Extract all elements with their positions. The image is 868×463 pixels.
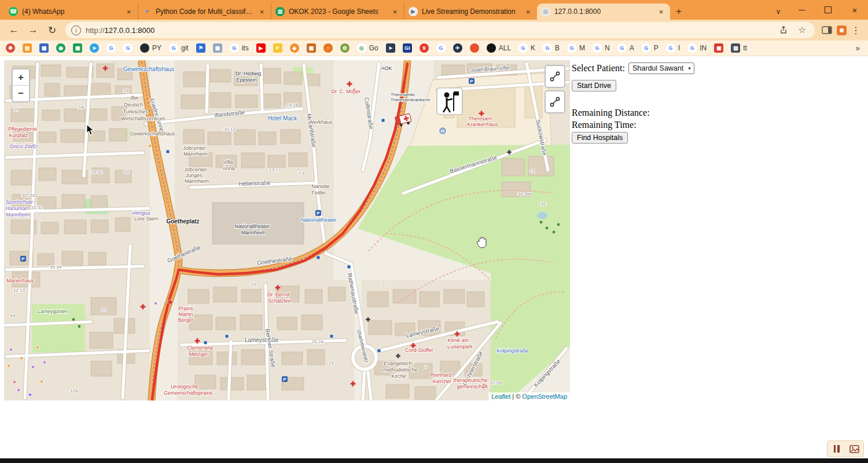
browser-tab[interactable]: ✦Python Code for Multi_classificat× <box>138 3 271 20</box>
bookmark-item[interactable] <box>470 43 479 53</box>
bookmark-item[interactable]: G <box>106 43 116 53</box>
url-text: http://127.0.0.1:8000 <box>86 26 155 35</box>
map-label: - Deutsch <box>121 102 144 108</box>
bookmark-label: N <box>605 44 610 52</box>
map-label: AOK <box>381 65 392 71</box>
pause-button[interactable] <box>829 442 844 456</box>
map-label: Nationaltheater <box>301 217 336 223</box>
openstreetmap-link[interactable]: OpenStreetMap <box>522 393 567 400</box>
leaflet-link[interactable]: Leaflet <box>491 393 510 400</box>
tab-close-button[interactable]: × <box>656 8 666 16</box>
bookmark-item[interactable]: 9 <box>420 43 429 53</box>
minimize-icon <box>799 10 805 10</box>
map-label: Martin <box>178 311 193 317</box>
map-label: Jobcenter <box>184 167 207 172</box>
bookmark-star-icon[interactable]: ☆ <box>795 23 809 37</box>
routing-control-button-1[interactable] <box>545 65 565 88</box>
bookmark-item[interactable]: GIN <box>687 43 707 53</box>
bookmark-item[interactable]: ✈ <box>453 43 462 53</box>
bookmark-label: A <box>630 44 634 52</box>
bookmark-item[interactable]: G <box>436 43 446 53</box>
map-label: Lameystraße <box>245 337 279 343</box>
minimize-button[interactable] <box>788 0 815 20</box>
bookmark-item[interactable]: GI <box>403 43 412 53</box>
bookmark-item[interactable]: ▶ <box>256 43 266 53</box>
map-attribution: Leaflet | © OpenStreetMap <box>488 392 570 400</box>
bookmark-item[interactable]: G <box>123 43 133 53</box>
bookmark-favicon-icon: ⚑ <box>196 43 205 53</box>
bookmark-label: PY <box>152 44 161 52</box>
bookmark-item[interactable]: ➤ <box>386 43 395 53</box>
tab-close-button[interactable]: × <box>390 8 400 16</box>
extension-icon[interactable] <box>837 25 847 35</box>
bookmark-item[interactable]: ▦ <box>39 43 49 53</box>
bookmark-item[interactable]: GI <box>666 43 680 53</box>
new-tab-button[interactable]: + <box>670 3 687 20</box>
close-window-button[interactable]: × <box>841 0 868 20</box>
reload-button[interactable]: ↻ <box>44 22 60 38</box>
find-hospitals-button[interactable]: Find Hospitals <box>572 132 628 144</box>
map-canvas[interactable]: PPPPH FriedrichsringCollinistraßeIflands… <box>4 60 570 400</box>
bookmark-favicon-icon: G <box>593 43 602 53</box>
bookmark-item[interactable]: ⚑ <box>196 43 205 53</box>
bookmark-item[interactable]: ▦ <box>307 43 316 53</box>
tab-search-button[interactable]: ∨ <box>768 3 788 20</box>
bookmark-item[interactable]: ▤tt <box>731 43 747 53</box>
map-label: Lameygarten <box>38 308 68 314</box>
taskbar-edge <box>0 458 868 463</box>
browser-tab[interactable]: ▦OKOK 2023 - Google Sheets× <box>271 3 404 20</box>
bookmarks-overflow-chevron[interactable]: » <box>855 43 862 53</box>
start-drive-button[interactable]: Start Drive <box>572 80 616 91</box>
address-bar[interactable]: i http://127.0.0.1:8000 ☆ <box>65 22 815 38</box>
bookmark-item[interactable]: ➤ <box>90 43 99 53</box>
site-info-icon[interactable]: i <box>71 25 81 35</box>
maximize-button[interactable] <box>815 0 841 20</box>
zoom-out-button[interactable]: − <box>13 85 29 101</box>
picture-in-picture-button[interactable] <box>847 442 862 456</box>
poi-dot <box>7 364 10 367</box>
bookmark-item[interactable]: ✿ <box>340 43 350 53</box>
bookmark-favicon-icon: ▶ <box>256 43 266 53</box>
bookmark-item[interactable]: GA <box>617 43 634 53</box>
forward-button[interactable]: → <box>25 22 41 38</box>
bookmark-item[interactable]: GK <box>518 43 535 53</box>
zoom-in-button[interactable]: + <box>13 69 29 85</box>
routing-control-button-2[interactable] <box>545 90 565 113</box>
patient-marker[interactable] <box>437 88 462 115</box>
tab-close-button[interactable]: × <box>124 8 134 16</box>
bookmark-item[interactable]: Gits <box>230 43 249 53</box>
bookmark-item[interactable]: Ggit <box>169 43 189 53</box>
browser-tab[interactable]: ☎(4) WhatsApp× <box>5 3 138 20</box>
share-icon[interactable] <box>777 23 790 37</box>
map-label: 14 <box>124 88 129 93</box>
browser-tab[interactable]: ▶Live Streaming Demonstration× <box>404 3 537 20</box>
browser-menu-icon[interactable]: ⋮ <box>849 25 862 36</box>
bookmark-item[interactable]: ▣ <box>213 43 222 53</box>
bookmark-item[interactable]: GB <box>543 43 560 53</box>
bookmark-label: ALL <box>499 44 511 52</box>
bookmark-item[interactable]: ▦ <box>73 43 82 53</box>
bookmark-item[interactable]: ▥ <box>23 43 32 53</box>
patient-select[interactable]: Shardul Sawant ▾ <box>628 63 694 74</box>
bookmark-item[interactable]: ▣ <box>714 43 723 53</box>
bookmark-item[interactable]: GM <box>567 43 585 53</box>
bookmark-item[interactable]: ◆ <box>290 43 299 53</box>
back-button[interactable]: ← <box>6 22 22 38</box>
bookmark-label: git <box>181 44 189 52</box>
bookmark-item[interactable]: ALL <box>487 43 511 53</box>
bookmark-item[interactable]: GN <box>593 43 610 53</box>
bookmark-item[interactable]: ✱ <box>6 43 15 53</box>
browser-toolbar: ← → ↻ i http://127.0.0.1:8000 ☆ ⋮ <box>0 20 868 41</box>
map-label: methodistische <box>383 367 418 373</box>
bookmark-item[interactable]: PY <box>140 43 161 53</box>
tab-close-button[interactable]: × <box>523 8 533 16</box>
side-panel-icon[interactable] <box>820 23 834 37</box>
bookmark-item[interactable]: GP <box>642 43 659 53</box>
bookmark-item[interactable]: P <box>273 43 282 53</box>
tab-close-button[interactable]: × <box>257 8 267 16</box>
bookmark-item[interactable]: ◉ <box>56 43 65 53</box>
bookmark-item[interactable]: ◎Go <box>357 43 378 53</box>
browser-tab[interactable]: ◎127.0.0.1:8000× <box>537 3 670 20</box>
bookmark-item[interactable]: ○ <box>323 43 333 53</box>
map-image: PPPPH FriedrichsringCollinistraßeIflands… <box>4 60 570 400</box>
